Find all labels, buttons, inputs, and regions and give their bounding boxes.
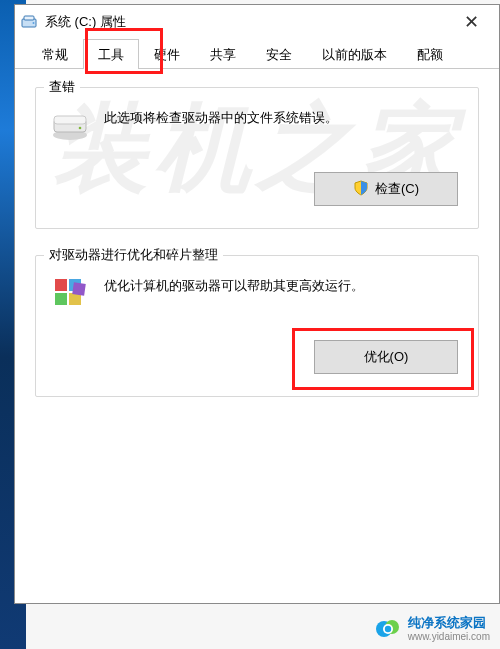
titlebar: 系统 (C:) 属性 ✕	[15, 5, 499, 39]
optimize-button[interactable]: 优化(O)	[314, 340, 458, 374]
properties-dialog: 装机之家 系统 (C:) 属性 ✕ 常规 工具 硬件 共享 安全 以前的版本 配…	[14, 4, 500, 604]
group-error-checking: 查错 此选项将检查驱动器中的文件系统错误。	[35, 87, 479, 229]
tab-hardware[interactable]: 硬件	[139, 39, 195, 69]
footer-url: www.yidaimei.com	[408, 631, 490, 642]
svg-point-2	[33, 22, 35, 24]
drive-icon	[21, 15, 39, 29]
optimize-button-label: 优化(O)	[364, 348, 409, 366]
tab-general[interactable]: 常规	[27, 39, 83, 69]
check-button[interactable]: 检查(C)	[314, 172, 458, 206]
close-button[interactable]: ✕	[449, 7, 493, 37]
tab-content: 查错 此选项将检查驱动器中的文件系统错误。	[15, 69, 499, 397]
footer-logo-icon	[374, 615, 402, 643]
close-icon: ✕	[464, 11, 479, 33]
drive-check-icon	[50, 106, 90, 146]
tab-security[interactable]: 安全	[251, 39, 307, 69]
window-title: 系统 (C:) 属性	[45, 13, 449, 31]
tab-tools[interactable]: 工具	[83, 39, 139, 69]
footer-title: 纯净系统家园	[408, 616, 486, 630]
svg-rect-5	[54, 116, 86, 124]
svg-rect-7	[55, 279, 67, 291]
svg-rect-1	[24, 16, 34, 20]
group-optimize-legend: 对驱动器进行优化和碎片整理	[44, 246, 223, 264]
optimize-description: 优化计算机的驱动器可以帮助其更高效运行。	[104, 274, 364, 297]
tab-quota[interactable]: 配额	[402, 39, 458, 69]
tab-sharing[interactable]: 共享	[195, 39, 251, 69]
error-checking-description: 此选项将检查驱动器中的文件系统错误。	[104, 106, 338, 129]
tab-strip: 常规 工具 硬件 共享 安全 以前的版本 配额	[15, 39, 499, 69]
page-footer: 纯净系统家园 www.yidaimei.com	[0, 609, 500, 649]
svg-point-6	[79, 127, 82, 130]
shield-icon	[353, 180, 369, 199]
svg-rect-9	[55, 293, 67, 305]
check-button-label: 检查(C)	[375, 180, 419, 198]
svg-rect-11	[72, 282, 86, 296]
group-error-checking-legend: 查错	[44, 78, 80, 96]
group-optimize: 对驱动器进行优化和碎片整理 优化计算机的驱动器可以帮助其更高效运行。 优化(O)	[35, 255, 479, 397]
svg-point-15	[385, 626, 391, 632]
tab-previous-versions[interactable]: 以前的版本	[307, 39, 402, 69]
defrag-icon	[50, 274, 90, 314]
